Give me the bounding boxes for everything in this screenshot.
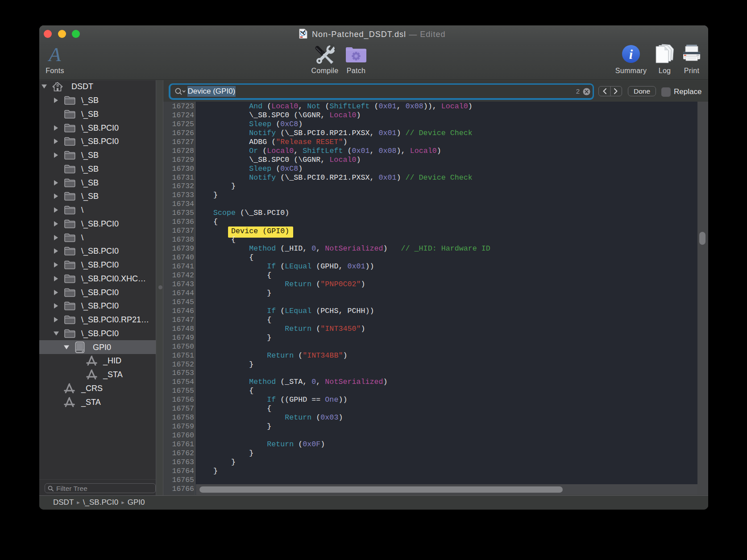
svg-text:i: i [629, 47, 633, 62]
